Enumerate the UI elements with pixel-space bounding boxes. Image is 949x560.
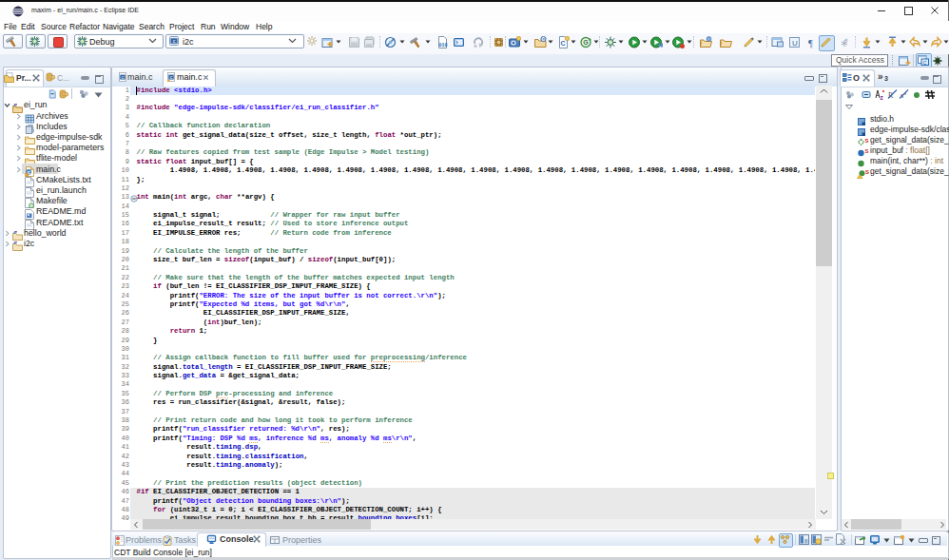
svg-text:C: C bbox=[923, 60, 927, 66]
svg-text:S: S bbox=[865, 148, 869, 154]
svg-text:C: C bbox=[561, 40, 566, 47]
svg-text:S: S bbox=[865, 138, 869, 144]
svg-text:G: G bbox=[583, 39, 589, 46]
svg-text:z: z bbox=[881, 94, 884, 101]
svg-text:U: U bbox=[792, 39, 798, 48]
svg-text:¶: ¶ bbox=[808, 38, 813, 48]
svg-text:010: 010 bbox=[439, 43, 448, 48]
svg-text:c: c bbox=[173, 38, 176, 44]
svg-text:S: S bbox=[865, 169, 869, 175]
